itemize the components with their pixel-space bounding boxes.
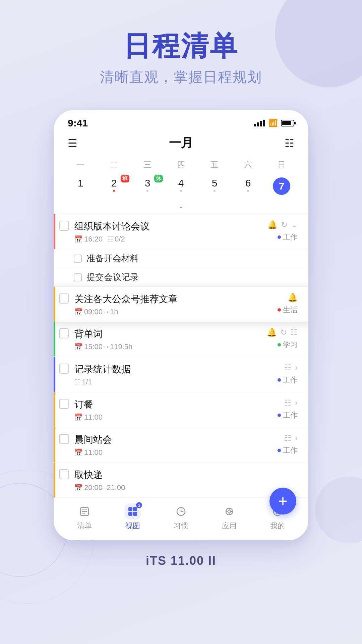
weekday-mon: 一 bbox=[64, 157, 97, 172]
task-meta: 📅 09:00→1h bbox=[74, 308, 278, 316]
task-item-highlighted[interactable]: 关注各大公众号推荐文章 📅 09:00→1h 🔔 bbox=[54, 287, 308, 322]
task-meta: 📅 11:00 bbox=[74, 413, 278, 422]
task-meta: 📅 15:00→119.5h bbox=[74, 342, 267, 351]
refresh-icon[interactable]: ↻ bbox=[280, 328, 287, 337]
chevron-right-icon[interactable]: › bbox=[295, 363, 298, 372]
task-item[interactable]: 背单词 📅 15:00→119.5h 🔔 ↻ ☷ bbox=[54, 322, 308, 357]
task-item[interactable]: 取快递 📅 20:00–21:00 bbox=[54, 463, 308, 498]
subtask-checkbox[interactable] bbox=[74, 255, 82, 263]
subtask-title: 准备开会材料 bbox=[86, 253, 139, 264]
svg-rect-4 bbox=[128, 507, 132, 511]
task-time: 📅 15:00→119.5h bbox=[74, 342, 132, 351]
subtask-checkbox[interactable] bbox=[74, 273, 82, 281]
svg-rect-7 bbox=[133, 512, 137, 516]
clock-icon: 📅 bbox=[74, 413, 83, 421]
task-content: 关注各大公众号推荐文章 📅 09:00→1h bbox=[74, 293, 278, 316]
nav-item-list[interactable]: 清单 bbox=[68, 503, 101, 531]
task-title: 订餐 bbox=[74, 398, 278, 411]
task-content: 背单词 📅 15:00→119.5h bbox=[74, 328, 267, 351]
grid-icon[interactable]: ☷ bbox=[284, 363, 292, 372]
bell-icon[interactable]: 🔔 bbox=[267, 220, 278, 229]
calendar-date-6[interactable]: 6 bbox=[231, 175, 265, 198]
subtask-item: 准备开会材料 bbox=[54, 249, 308, 268]
page-header: 日程清单 清晰直观，掌握日程规划 bbox=[100, 30, 262, 87]
app-header: ☰ 一月 ☷ bbox=[54, 131, 308, 157]
category-dot bbox=[278, 449, 281, 452]
task-actions: 🔔 ↻ ☷ bbox=[267, 328, 298, 337]
task-category: 工作 bbox=[278, 375, 298, 385]
clock-icon: 📅 bbox=[74, 235, 83, 243]
calendar-date-4[interactable]: 4 bbox=[164, 175, 198, 198]
task-content: 取快递 📅 20:00–21:00 bbox=[74, 469, 298, 492]
task-item[interactable]: 订餐 📅 11:00 ☷ › 工作 bbox=[54, 392, 308, 427]
calendar-date-3[interactable]: 3 休 bbox=[131, 175, 164, 198]
task-checkbox[interactable] bbox=[59, 399, 69, 409]
task-checkbox[interactable] bbox=[59, 364, 69, 374]
grid-icon[interactable]: ☷ bbox=[284, 398, 292, 408]
nav-item-habit[interactable]: 习惯 bbox=[164, 503, 198, 531]
add-task-button[interactable]: + bbox=[269, 488, 296, 515]
chevron-right-icon[interactable]: › bbox=[295, 398, 298, 408]
task-meta: 📅 16:20 ☷ 0/2 bbox=[74, 235, 267, 244]
calendar-dates-row: 1 2 班 3 休 4 5 bbox=[54, 175, 308, 198]
task-checkbox[interactable] bbox=[59, 469, 69, 479]
nav-icon-list bbox=[76, 503, 93, 520]
task-content: 晨间站会 📅 11:00 bbox=[74, 433, 278, 457]
task-category: 学习 bbox=[278, 340, 298, 350]
clock-icon: 📅 bbox=[74, 308, 83, 316]
task-title: 背单词 bbox=[74, 328, 267, 340]
task-meta: 📅 11:00 bbox=[74, 448, 278, 457]
nav-item-view[interactable]: 1 视图 bbox=[116, 503, 149, 531]
calendar-date-2[interactable]: 2 班 bbox=[97, 175, 131, 198]
clock-icon: 📅 bbox=[74, 448, 83, 457]
task-category: 工作 bbox=[278, 232, 298, 242]
task-time: 📅 20:00–21:00 bbox=[74, 483, 125, 492]
task-checkbox[interactable] bbox=[59, 328, 69, 338]
category-dot bbox=[278, 235, 281, 239]
calendar-date-7[interactable]: 7 bbox=[265, 175, 298, 198]
nav-label-list: 清单 bbox=[77, 521, 92, 531]
battery-icon bbox=[281, 120, 294, 126]
task-title: 记录统计数据 bbox=[74, 363, 278, 376]
grid-icon[interactable]: ☷ bbox=[290, 328, 298, 337]
task-title: 取快递 bbox=[74, 469, 298, 481]
calendar-date-5[interactable]: 5 bbox=[198, 175, 231, 198]
task-category: 工作 bbox=[278, 410, 298, 420]
task-checkbox[interactable] bbox=[59, 293, 69, 304]
bell-icon[interactable]: 🔔 bbox=[267, 328, 277, 337]
class-badge: 班 bbox=[121, 175, 129, 182]
refresh-icon[interactable]: ↻ bbox=[281, 220, 288, 229]
wifi-icon: 📶 bbox=[268, 119, 278, 127]
calendar-grid-icon[interactable]: ☷ bbox=[285, 137, 294, 150]
task-item[interactable]: 组织版本讨论会议 📅 16:20 ☷ 0/2 🔔 bbox=[54, 214, 308, 249]
calendar-date-1[interactable]: 1 bbox=[64, 175, 97, 198]
chevron-right-icon[interactable]: › bbox=[295, 433, 298, 443]
grid-icon[interactable]: ☷ bbox=[284, 433, 292, 443]
weekday-fri: 五 bbox=[198, 157, 231, 172]
chevron-down-icon[interactable]: ⌄ bbox=[291, 220, 298, 229]
task-color-bar bbox=[54, 357, 55, 392]
task-category: 工作 bbox=[278, 445, 298, 455]
task-item[interactable]: 晨间站会 📅 11:00 ☷ › 工作 bbox=[54, 427, 308, 463]
task-right: ☷ › 工作 bbox=[278, 363, 298, 385]
task-item[interactable]: 记录统计数据 ☷ 1/1 ☷ › 工作 bbox=[54, 357, 308, 392]
nav-item-apps[interactable]: 应用 bbox=[213, 503, 246, 531]
expand-arrow[interactable]: ⌄ bbox=[54, 201, 308, 214]
svg-rect-5 bbox=[133, 507, 137, 511]
status-time: 9:41 bbox=[68, 117, 88, 129]
task-checkbox[interactable] bbox=[59, 434, 69, 444]
task-checkbox[interactable] bbox=[59, 221, 69, 231]
month-title: 一月 bbox=[169, 135, 193, 151]
bell-icon[interactable]: 🔔 bbox=[288, 293, 298, 302]
nav-icon-view: 1 bbox=[125, 503, 141, 520]
task-right: ☷ › 工作 bbox=[278, 398, 298, 420]
task-actions: 🔔 bbox=[288, 293, 298, 302]
status-bar: 9:41 📶 bbox=[54, 110, 308, 131]
task-color-bar bbox=[54, 463, 55, 497]
task-meta: ☷ 1/1 bbox=[74, 378, 278, 386]
bottom-label: iTS 11.00 II bbox=[146, 554, 216, 568]
svg-point-12 bbox=[228, 510, 231, 513]
menu-icon[interactable]: ☰ bbox=[68, 138, 77, 149]
task-color-bar bbox=[54, 427, 55, 462]
subtask-icon: ☷ bbox=[107, 235, 113, 243]
